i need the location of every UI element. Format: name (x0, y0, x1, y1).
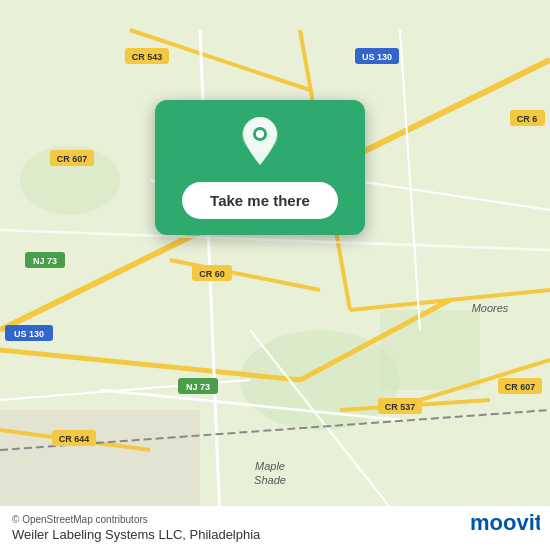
bottom-bar: © OpenStreetMap contributors Weiler Labe… (0, 506, 550, 550)
svg-text:US 130: US 130 (14, 329, 44, 339)
svg-text:moovit: moovit (470, 510, 540, 535)
map-svg: CR 543 US 130 CR 607 CR 6 NJ 73 CR 60 US… (0, 0, 550, 550)
svg-text:Moores: Moores (472, 302, 509, 314)
pin-icon-wrapper (235, 118, 285, 168)
map-container: CR 543 US 130 CR 607 CR 6 NJ 73 CR 60 US… (0, 0, 550, 550)
svg-text:CR 644: CR 644 (59, 434, 90, 444)
moovit-logo-svg: moovit (470, 508, 540, 536)
svg-text:CR 607: CR 607 (505, 382, 536, 392)
svg-text:CR 543: CR 543 (132, 52, 163, 62)
svg-text:CR 60: CR 60 (199, 269, 225, 279)
svg-text:CR 6: CR 6 (517, 114, 538, 124)
copyright-text: © OpenStreetMap contributors (12, 514, 538, 525)
svg-text:NJ 73: NJ 73 (186, 382, 210, 392)
moovit-logo: moovit (470, 508, 540, 540)
popup-card: Take me there (155, 100, 365, 235)
svg-point-4 (240, 330, 400, 430)
svg-point-54 (256, 130, 264, 138)
svg-text:Maple: Maple (255, 460, 285, 472)
svg-text:Shade: Shade (254, 474, 286, 486)
svg-text:CR 607: CR 607 (57, 154, 88, 164)
svg-rect-7 (0, 410, 200, 520)
take-me-there-button[interactable]: Take me there (182, 182, 338, 219)
svg-rect-5 (380, 310, 480, 390)
svg-text:US 130: US 130 (362, 52, 392, 62)
location-pin-icon (238, 115, 282, 171)
svg-text:CR 537: CR 537 (385, 402, 416, 412)
svg-text:NJ 73: NJ 73 (33, 256, 57, 266)
location-text: Weiler Labeling Systems LLC, Philadelphi… (12, 527, 538, 542)
